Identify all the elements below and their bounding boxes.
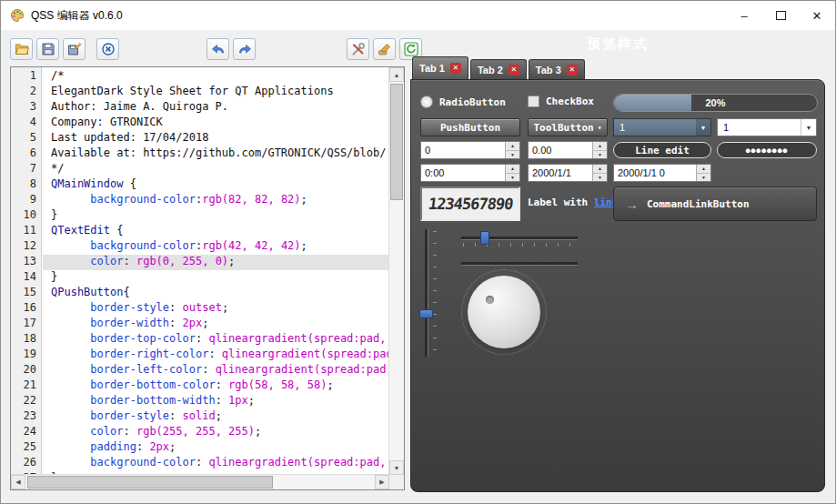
spin-up-icon[interactable]: ▲ bbox=[593, 142, 607, 151]
line-number: 4 bbox=[11, 116, 41, 131]
code-line-14[interactable]: } bbox=[43, 270, 389, 286]
code-line-8[interactable]: QMainWindow { bbox=[43, 177, 389, 193]
vertical-scroll-thumb[interactable] bbox=[390, 84, 403, 200]
code-line-20[interactable]: border-left-color: qlineargradient(sprea… bbox=[43, 363, 389, 378]
code-area[interactable]: /*ElegantDark Style Sheet for QT Applica… bbox=[43, 67, 389, 475]
code-line-6[interactable]: Available at: https://github.com/GTRONIC… bbox=[43, 146, 389, 162]
line-number-gutter: 1234567891011121314151617181920212223242… bbox=[11, 67, 42, 475]
horizontal-slider-track[interactable] bbox=[461, 237, 578, 240]
dial[interactable] bbox=[468, 276, 540, 348]
radio-label: RadioButton bbox=[439, 96, 506, 108]
radio-button[interactable]: RadioButton bbox=[420, 96, 506, 108]
code-line-13[interactable]: color: rgb(0, 255, 0); bbox=[43, 255, 389, 270]
code-line-21[interactable]: border-bottom-color: rgb(58, 58, 58); bbox=[43, 378, 389, 394]
line-number: 20 bbox=[11, 363, 41, 378]
time-edit[interactable]: 0:00 ▲▼ bbox=[420, 164, 520, 182]
spin-up-icon[interactable]: ▲ bbox=[506, 165, 519, 174]
password-line-edit[interactable]: ●●●●●●●● bbox=[717, 142, 817, 158]
code-line-9[interactable]: background-color:rgb(82, 82, 82); bbox=[43, 193, 389, 208]
vertical-slider-handle[interactable] bbox=[419, 309, 433, 318]
spin-up-icon[interactable]: ▲ bbox=[697, 165, 710, 174]
redo-arrow-icon bbox=[237, 42, 252, 56]
code-line-16[interactable]: border-style: outset; bbox=[43, 301, 389, 317]
spin-down-icon[interactable]: ▼ bbox=[593, 174, 607, 182]
combo-box-dark[interactable]: 1 ▼ bbox=[613, 118, 711, 136]
lcd-number: 1234567890 bbox=[420, 186, 520, 221]
line-number: 15 bbox=[11, 286, 41, 301]
minimize-button[interactable]: – bbox=[726, 1, 762, 30]
code-line-10[interactable]: } bbox=[43, 208, 389, 224]
combo-box-light[interactable]: 1 ▼ bbox=[717, 118, 817, 136]
tool-button[interactable]: ToolButton ▾ bbox=[528, 118, 608, 136]
open-file-button[interactable] bbox=[10, 38, 33, 60]
push-button[interactable]: PushButton bbox=[420, 118, 520, 136]
code-line-3[interactable]: Author: Jaime A. Quiroga P. bbox=[43, 100, 389, 116]
tab-tab-1[interactable]: Tab 1✕ bbox=[412, 56, 468, 79]
tab-tab-3[interactable]: Tab 3✕ bbox=[529, 59, 585, 79]
save-as-button[interactable] bbox=[63, 38, 86, 60]
horizontal-scroll-thumb[interactable] bbox=[27, 476, 273, 489]
tab-close-icon[interactable]: ✕ bbox=[567, 65, 578, 76]
scroll-right-icon[interactable]: ▶ bbox=[375, 475, 389, 489]
code-line-15[interactable]: QPushButton{ bbox=[43, 286, 389, 301]
vertical-slider-track[interactable] bbox=[425, 229, 428, 357]
spin-box[interactable]: 0 ▲▼ bbox=[420, 141, 520, 159]
line-number: 9 bbox=[11, 193, 41, 208]
line-number: 3 bbox=[11, 100, 41, 116]
code-line-12[interactable]: background-color:rgb(42, 42, 42); bbox=[43, 239, 389, 255]
line-edit[interactable]: Line edit bbox=[613, 142, 711, 158]
tools-button[interactable] bbox=[347, 38, 369, 60]
line-number: 21 bbox=[11, 378, 41, 394]
progress-value: 20% bbox=[614, 95, 817, 111]
scroll-down-icon[interactable]: ▼ bbox=[389, 460, 404, 475]
window-controls: – ✕ bbox=[726, 1, 835, 30]
code-line-26[interactable]: background-color: qlineargradient(spread… bbox=[43, 456, 389, 471]
code-line-5[interactable]: Last updated: 17/04/2018 bbox=[43, 131, 389, 146]
wrench-icon bbox=[351, 42, 366, 56]
code-line-1[interactable]: /* bbox=[43, 69, 389, 85]
code-line-2[interactable]: ElegantDark Style Sheet for QT Applicati… bbox=[43, 85, 389, 100]
code-line-7[interactable]: */ bbox=[43, 162, 389, 177]
code-line-24[interactable]: color: rgb(255, 255, 255); bbox=[43, 425, 389, 440]
horizontal-slider2-track[interactable] bbox=[461, 262, 578, 266]
spin-up-icon[interactable]: ▲ bbox=[506, 142, 519, 151]
datetime-edit[interactable]: 2000/1/1 0 ▲▼ bbox=[613, 164, 711, 182]
command-link-button[interactable]: → CommandLinkButton bbox=[613, 186, 817, 221]
code-line-18[interactable]: border-top-color: qlineargradient(spread… bbox=[43, 332, 389, 348]
checkbox[interactable]: CheckBox bbox=[528, 96, 594, 107]
tab-close-icon[interactable]: ✕ bbox=[509, 65, 519, 76]
close-file-button[interactable] bbox=[96, 38, 119, 60]
save-button[interactable] bbox=[36, 38, 59, 60]
apply-style-button[interactable] bbox=[373, 38, 396, 60]
horizontal-slider-handle[interactable] bbox=[480, 231, 489, 245]
code-line-17[interactable]: border-width: 2px; bbox=[43, 317, 389, 332]
horizontal-scrollbar[interactable]: ◀ ▶ bbox=[11, 474, 389, 489]
undo-arrow-icon bbox=[211, 42, 226, 56]
spin-down-icon[interactable]: ▼ bbox=[697, 174, 710, 182]
date-edit[interactable]: 2000/1/1 ▲▼ bbox=[528, 164, 608, 182]
code-editor[interactable]: 1234567891011121314151617181920212223242… bbox=[10, 66, 405, 490]
spin-down-icon[interactable]: ▼ bbox=[506, 151, 519, 159]
maximize-button[interactable] bbox=[762, 1, 799, 30]
code-line-22[interactable]: border-bottom-width: 1px; bbox=[43, 394, 389, 409]
code-line-4[interactable]: Company: GTRONICK bbox=[43, 116, 389, 131]
code-line-19[interactable]: border-right-color: qlineargradient(spre… bbox=[43, 348, 389, 363]
code-line-23[interactable]: border-style: solid; bbox=[43, 409, 389, 425]
code-line-11[interactable]: QTextEdit { bbox=[43, 224, 389, 239]
redo-button[interactable] bbox=[233, 38, 256, 60]
scroll-up-icon[interactable]: ▲ bbox=[389, 67, 404, 82]
spin-down-icon[interactable]: ▼ bbox=[506, 174, 519, 182]
spin-up-icon[interactable]: ▲ bbox=[593, 165, 607, 174]
vertical-scrollbar[interactable]: ▲ ▼ bbox=[388, 67, 404, 475]
code-line-25[interactable]: padding: 2px; bbox=[43, 440, 389, 456]
scroll-left-icon[interactable]: ◀ bbox=[11, 475, 25, 489]
spin-box-value: 0 bbox=[421, 145, 505, 156]
tool-button-label: ToolButton bbox=[533, 122, 593, 134]
undo-button[interactable] bbox=[206, 38, 229, 60]
tab-close-icon[interactable]: ✕ bbox=[450, 63, 461, 74]
tab-tab-2[interactable]: Tab 2✕ bbox=[470, 59, 527, 79]
spin-down-icon[interactable]: ▼ bbox=[593, 151, 607, 159]
progress-bar: 20% bbox=[613, 94, 818, 112]
close-button[interactable]: ✕ bbox=[799, 1, 835, 30]
double-spin-box[interactable]: 0.00 ▲▼ bbox=[528, 141, 608, 159]
